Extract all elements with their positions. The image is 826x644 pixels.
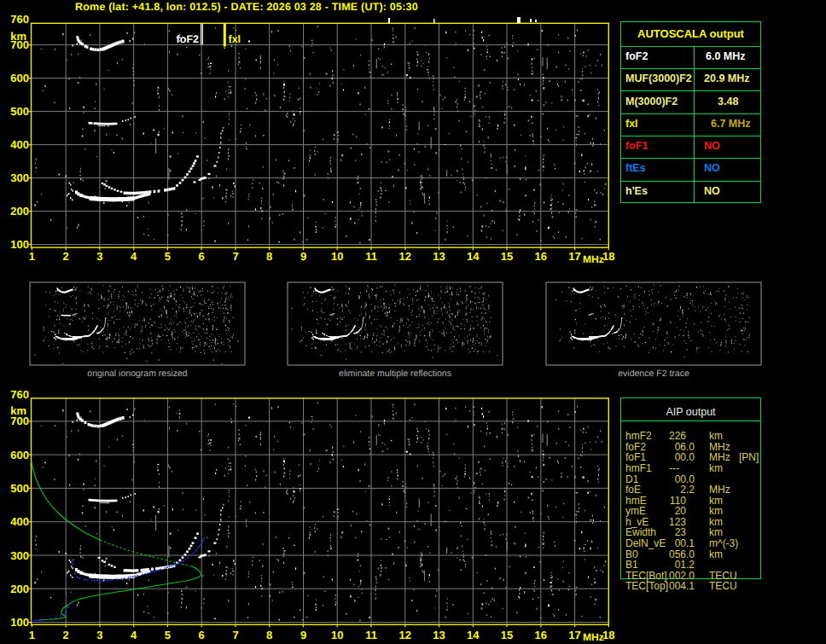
svg-text:1: 1	[29, 629, 35, 641]
svg-text:500: 500	[10, 105, 29, 118]
svg-text:11: 11	[365, 629, 377, 641]
svg-text:7: 7	[232, 629, 238, 641]
svg-text:12: 12	[399, 250, 411, 263]
svg-text:14: 14	[467, 629, 480, 641]
svg-text:2: 2	[63, 629, 69, 641]
svg-text:MHz: MHz	[583, 631, 604, 643]
svg-text:12: 12	[399, 629, 411, 641]
svg-text:760: 760	[10, 13, 29, 26]
svg-text:7: 7	[232, 250, 238, 263]
svg-text:8: 8	[266, 250, 272, 263]
svg-text:km: km	[10, 30, 26, 43]
svg-text:Rome (lat: +41.8, lon: 012.5): Rome (lat: +41.8, lon: 012.5) - DATE: 20…	[75, 1, 418, 13]
svg-text:1: 1	[29, 250, 35, 263]
svg-text:300: 300	[10, 171, 29, 184]
svg-text:17: 17	[568, 250, 580, 263]
svg-text:4: 4	[131, 629, 137, 641]
svg-text:foF2: foF2	[177, 33, 199, 45]
svg-text:3: 3	[96, 629, 102, 641]
svg-text:11: 11	[365, 250, 377, 263]
svg-text:400: 400	[10, 515, 29, 528]
svg-text:300: 300	[10, 549, 29, 562]
svg-text:500: 500	[10, 482, 29, 495]
svg-text:600: 600	[10, 72, 29, 84]
svg-text:15: 15	[501, 629, 513, 641]
svg-text:13: 13	[433, 250, 445, 263]
svg-text:10: 10	[331, 629, 343, 641]
svg-text:17: 17	[568, 629, 580, 641]
svg-text:8: 8	[266, 629, 272, 641]
svg-text:evidence F2 trace: evidence F2 trace	[618, 368, 689, 379]
svg-text:5: 5	[165, 629, 171, 641]
svg-text:100: 100	[10, 616, 29, 629]
svg-text:200: 200	[10, 205, 29, 218]
svg-text:9: 9	[300, 629, 306, 641]
svg-text:2: 2	[63, 250, 69, 263]
svg-text:15: 15	[501, 250, 513, 263]
svg-text:original ionogram resized: original ionogram resized	[87, 368, 187, 379]
svg-text:3: 3	[96, 250, 102, 263]
svg-text:100: 100	[10, 238, 29, 251]
svg-text:fxl: fxl	[229, 33, 241, 45]
svg-text:13: 13	[433, 629, 445, 641]
svg-text:18: 18	[602, 250, 614, 263]
svg-text:14: 14	[467, 250, 480, 263]
svg-text:km: km	[10, 404, 26, 417]
svg-text:400: 400	[10, 138, 29, 151]
svg-text:6: 6	[199, 629, 205, 641]
svg-text:5: 5	[165, 250, 171, 263]
svg-text:eliminate multiple reflections: eliminate multiple reflections	[339, 368, 451, 379]
svg-text:9: 9	[300, 250, 306, 263]
svg-text:6: 6	[199, 250, 205, 263]
svg-text:18: 18	[602, 629, 614, 641]
svg-text:16: 16	[535, 629, 547, 641]
svg-text:10: 10	[331, 250, 343, 263]
svg-text:600: 600	[10, 449, 29, 461]
svg-text:760: 760	[10, 388, 29, 401]
svg-text:16: 16	[535, 250, 547, 263]
svg-text:4: 4	[131, 250, 137, 263]
svg-text:200: 200	[10, 583, 29, 595]
svg-text:MHz: MHz	[583, 253, 604, 265]
